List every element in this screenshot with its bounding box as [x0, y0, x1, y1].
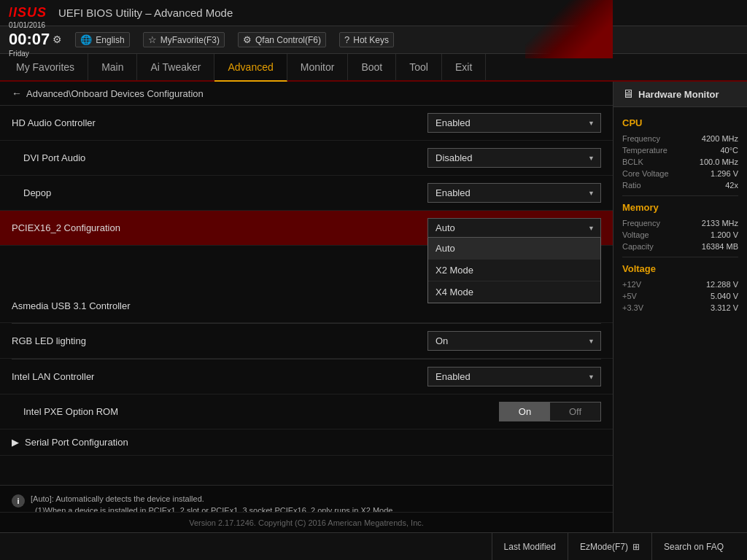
intel-pxe-label: Intel PXE Option ROM — [12, 406, 118, 417]
settings-area: HD Audio Controller Enabled DVI Port Aud… — [0, 106, 613, 485]
volt-5v-row: +5V 5.040 V — [622, 292, 738, 300]
memory-section-title: Memory — [622, 202, 738, 213]
setting-row-intel-pxe: Intel PXE Option ROM On Off — [0, 394, 613, 429]
hw-monitor-title: Hardware Monitor — [638, 89, 719, 100]
dvi-audio-dropdown[interactable]: Disabled — [427, 148, 601, 168]
favorite-icon: ☆ — [148, 34, 157, 45]
breadcrumb: ← Advanced\Onboard Devices Configuration — [0, 82, 613, 106]
volt-33v-value: 3.312 V — [711, 303, 738, 312]
tab-ai-tweaker[interactable]: Ai Tweaker — [137, 54, 214, 80]
hw-monitor-icon: 🖥 — [622, 88, 634, 101]
pciex16-option-x4[interactable]: X4 Mode — [428, 281, 600, 303]
setting-row-rgb: RGB LED lighting On — [0, 324, 613, 359]
volt-33v-row: +3.3V 3.312 V — [622, 303, 738, 312]
cpu-bclk-label: BCLK — [622, 158, 643, 166]
info-icon: i — [12, 494, 25, 508]
rgb-led-label: RGB LED lighting — [12, 335, 86, 346]
cpu-temp-label: Temperature — [622, 146, 667, 155]
intel-pxe-toggle: On Off — [499, 402, 601, 421]
content-panel: ← Advanced\Onboard Devices Configuration… — [0, 82, 613, 560]
language-icon: 🌐 — [80, 34, 92, 45]
mem-volt-row: Voltage 1.200 V — [622, 230, 738, 239]
myfavorite-button[interactable]: ☆ MyFavorite(F3) — [143, 32, 225, 47]
hotkeys-label: Hot Keys — [353, 35, 389, 45]
pciex16-dropdown-list: Auto X2 Mode X4 Mode — [427, 238, 601, 303]
info-bar: 01/01/2016 00:07 ⚙ Friday 🌐 English ☆ My… — [0, 26, 747, 54]
ez-mode-button[interactable]: EzMode(F7) ⊞ — [568, 533, 651, 561]
hd-audio-dropdown[interactable]: Enabled — [427, 113, 601, 133]
language-label: English — [96, 35, 124, 45]
hw-divider-2 — [622, 257, 738, 257]
language-button[interactable]: 🌐 English — [75, 32, 129, 47]
info-line-1: [Auto]: Automatically detects the device… — [31, 493, 601, 505]
tab-my-favorites[interactable]: My Favorites — [3, 54, 88, 80]
tab-exit[interactable]: Exit — [442, 54, 486, 80]
hd-audio-label: HD Audio Controller — [12, 117, 96, 128]
main-area: ← Advanced\Onboard Devices Configuration… — [0, 82, 747, 560]
intel-lan-dropdown-wrapper: Enabled — [427, 367, 601, 386]
hw-monitor-content: CPU Frequency 4200 MHz Temperature 40°C … — [614, 107, 747, 560]
pxe-off-button[interactable]: Off — [550, 402, 600, 421]
mem-freq-label: Frequency — [622, 219, 660, 228]
mem-cap-value: 16384 MB — [702, 242, 738, 251]
voltage-section-title: Voltage — [622, 263, 738, 274]
pciex16-option-x2[interactable]: X2 Mode — [428, 260, 600, 281]
cpu-bclk-value: 100.0 MHz — [700, 158, 738, 166]
volt-12v-value: 12.288 V — [706, 280, 738, 289]
qfan-button[interactable]: ⚙ Qfan Control(F6) — [238, 32, 326, 47]
hd-audio-dropdown-wrapper: Enabled — [427, 113, 601, 133]
nav-tabs: My Favorites Main Ai Tweaker Advanced Mo… — [0, 54, 747, 82]
cpu-corevolt-label: Core Voltage — [622, 169, 669, 178]
dvi-audio-label: DVI Port Audio — [12, 152, 85, 163]
qfan-label: Qfan Control(F6) — [255, 35, 321, 45]
setting-row-pciex16: PCIEX16_2 Configuration Auto Auto X2 Mod… — [0, 211, 613, 246]
serial-port-expand[interactable]: ▶ Serial Port Configuration — [0, 429, 613, 456]
mem-volt-label: Voltage — [622, 230, 649, 239]
date-display: 01/01/2016 — [9, 21, 62, 30]
pciex16-option-auto[interactable]: Auto — [428, 238, 600, 260]
tab-monitor[interactable]: Monitor — [287, 54, 349, 80]
bottom-bar: Last Modified EzMode(F7) ⊞ Search on FAQ — [0, 532, 747, 560]
hw-divider-1 — [622, 195, 738, 196]
cpu-ratio-row: Ratio 42x — [622, 181, 738, 190]
hw-monitor-header: 🖥 Hardware Monitor — [614, 82, 747, 107]
search-faq-button[interactable]: Search on FAQ — [651, 533, 735, 561]
setting-row-depop: Depop Enabled — [0, 176, 613, 211]
asus-logo: /ISUS — [9, 5, 47, 20]
depop-label: Depop — [12, 187, 51, 198]
pxe-on-button[interactable]: On — [500, 402, 550, 421]
last-modified-button[interactable]: Last Modified — [492, 533, 568, 561]
time-display: 00:07 — [9, 30, 50, 49]
mem-cap-label: Capacity — [622, 242, 654, 251]
cpu-freq-row: Frequency 4200 MHz — [622, 134, 738, 143]
asmedia-label: Asmedia USB 3.1 Controller — [12, 300, 131, 311]
tab-boot[interactable]: Boot — [348, 54, 396, 80]
volt-12v-label: +12V — [622, 280, 641, 289]
hotkeys-button[interactable]: ? Hot Keys — [339, 32, 394, 47]
ez-mode-icon: ⊞ — [632, 542, 640, 552]
cpu-ratio-value: 42x — [725, 181, 738, 190]
pciex16-dropdown[interactable]: Auto — [427, 218, 601, 238]
setting-row-hd-audio: HD Audio Controller Enabled — [0, 106, 613, 141]
header-bar: /ISUS UEFI BIOS Utility – Advanced Mode — [0, 0, 747, 26]
volt-33v-label: +3.3V — [622, 303, 643, 312]
cpu-corevolt-row: Core Voltage 1.296 V — [622, 169, 738, 178]
tab-tool[interactable]: Tool — [396, 54, 442, 80]
cpu-ratio-label: Ratio — [622, 181, 641, 190]
datetime: 01/01/2016 00:07 ⚙ Friday — [9, 21, 62, 58]
intel-lan-label: Intel LAN Controller — [12, 371, 94, 382]
tab-main[interactable]: Main — [88, 54, 137, 80]
cpu-temp-row: Temperature 40°C — [622, 146, 738, 155]
myfavorite-label: MyFavorite(F3) — [160, 35, 220, 45]
header-title: UEFI BIOS Utility – Advanced Mode — [58, 7, 233, 19]
rgb-dropdown[interactable]: On — [427, 331, 601, 351]
volt-5v-value: 5.040 V — [711, 292, 738, 300]
mem-cap-row: Capacity 16384 MB — [622, 242, 738, 251]
volt-5v-label: +5V — [622, 292, 637, 300]
settings-gear-icon[interactable]: ⚙ — [53, 34, 62, 46]
cpu-section-title: CPU — [622, 117, 738, 128]
depop-dropdown[interactable]: Enabled — [427, 183, 601, 203]
tab-advanced[interactable]: Advanced — [214, 54, 287, 82]
back-arrow-icon[interactable]: ← — [12, 88, 22, 99]
intel-lan-dropdown[interactable]: Enabled — [427, 367, 601, 386]
